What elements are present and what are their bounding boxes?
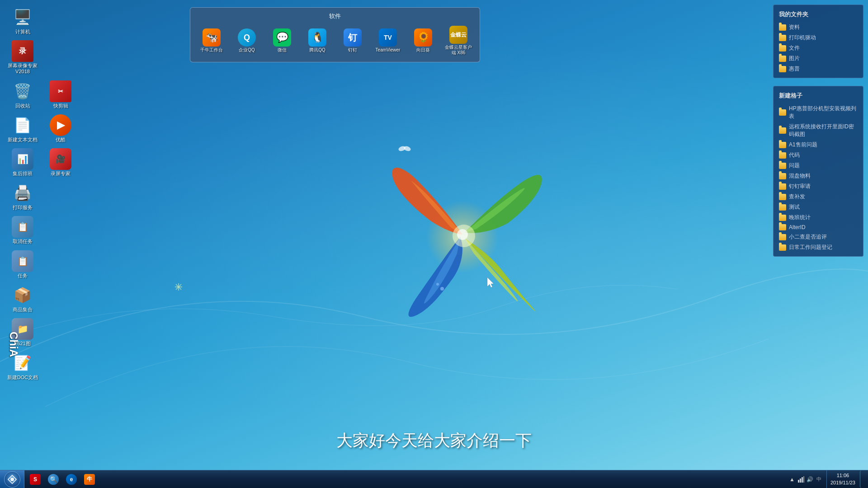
chia-text: ChiA: [7, 332, 20, 357]
grid-label-issue: 问题: [789, 162, 800, 169]
app-kingdee-icon: 金蝶云: [449, 26, 467, 44]
folder-icon-files: [779, 45, 786, 52]
app-teamviewer-label: TeamViewer: [376, 47, 401, 53]
app-teamviewer[interactable]: TV TeamViewer: [372, 27, 404, 55]
schedule-icon: 📊: [12, 148, 33, 170]
tray-volume-icon[interactable]: 🔊: [807, 476, 814, 483]
grid-item-review-check[interactable]: 小二查是否追评: [774, 232, 863, 242]
taskbar-icon-search[interactable]: 🔍: [45, 471, 61, 488]
folder-label-printer: 打印机驱动: [789, 34, 816, 42]
folder-icon-mixed-material: [779, 173, 786, 179]
sogou-icon: S: [30, 474, 41, 485]
tray-icon-1[interactable]: ▲: [788, 476, 796, 483]
desktop-icon-schedule[interactable]: 📊 集后排班: [5, 146, 41, 178]
desktop-icon-quick-edit[interactable]: ✂ 快剪辑: [42, 79, 79, 111]
app-enterprise-qq-icon: Q: [238, 28, 256, 47]
grid-item-dingtalk-approve[interactable]: 钉钉审请: [774, 181, 863, 192]
desktop-icon-products[interactable]: 📦 商品集合: [5, 282, 41, 314]
grid-item-issue[interactable]: 问题: [774, 160, 863, 171]
system-tray: ▲ 🔊 中: [785, 470, 826, 488]
screen-recorder-label: 屏幕录像专家V2018: [8, 63, 38, 75]
desktop-icon-youku[interactable]: ▶ 优酷: [42, 113, 79, 145]
grid-label-hp-list: HP惠普部分机型安装视频列表: [789, 105, 858, 120]
svg-rect-16: [803, 476, 804, 483]
taskbar-right: ▲ 🔊 中 11:06 2019/11/23: [785, 470, 868, 488]
start-button[interactable]: [0, 470, 24, 488]
grid-item-daily-log[interactable]: 日常工作问题登记: [774, 242, 863, 253]
desktop-icon-new-text[interactable]: 📄 新建文本文档: [5, 113, 41, 145]
computer-label: 计算机: [15, 29, 30, 35]
grid-label-alterid: AlterID: [789, 224, 806, 230]
grid-label-code: 代码: [789, 151, 800, 159]
folder-icon-night-shift: [779, 215, 786, 221]
folder-icon-dingtalk-approve: [779, 183, 786, 190]
grid-label-daily-log: 日常工作问题登记: [789, 244, 832, 251]
desktop-icon-print[interactable]: 🖨️ 打印服务: [5, 180, 41, 212]
grid-item-a1[interactable]: A1售前问题: [774, 140, 863, 150]
app-wechat-icon: 💬: [273, 28, 291, 47]
taskbar-icon-sogou[interactable]: S: [27, 471, 43, 488]
task-icon: 📋: [12, 250, 33, 272]
app-enterprise-qq[interactable]: Q 企业QQ: [231, 27, 263, 55]
grid-item-mixed-material[interactable]: 混盘物料: [774, 171, 863, 181]
desktop-icon-recycle[interactable]: 🗑️ 回收站: [5, 79, 41, 111]
tray-ime-icon[interactable]: 中: [816, 476, 823, 483]
svg-point-7: [440, 287, 444, 291]
folder-label-hp: 惠普: [789, 65, 800, 73]
software-popup-title: 软件: [196, 12, 474, 20]
desktop-icon-screen-recorder[interactable]: 录 屏幕录像专家V2018: [5, 38, 41, 76]
grid-item-code[interactable]: 代码: [774, 150, 863, 160]
app-kingdee[interactable]: 金蝶云 金蝶云星客户端 X86: [443, 24, 474, 57]
show-desktop-button[interactable]: [860, 470, 863, 488]
products-label: 商品集合: [13, 307, 33, 313]
folder-icon-data: [779, 24, 786, 31]
folder-item-files[interactable]: 文件: [774, 43, 863, 53]
grid-item-hp-list[interactable]: HP惠普部分机型安装视频列表: [774, 103, 863, 122]
desktop-icon-cancel-task[interactable]: 📋 取消任务: [5, 214, 41, 246]
grid-item-resend[interactable]: 查补发: [774, 192, 863, 202]
taskbar-icon-ie[interactable]: e: [63, 471, 80, 488]
cancel-task-icon: 📋: [12, 216, 33, 238]
right-panel-new-grid: 新建格子 HP惠普部分机型安装视频列表 远程系统接收打开里面ID密码截图 A1售…: [773, 86, 863, 257]
folder-icon-code: [779, 152, 786, 159]
print-icon: 🖨️: [12, 182, 33, 204]
grid-item-alterid[interactable]: AlterID: [774, 223, 863, 232]
tray-network-icon[interactable]: [797, 476, 805, 483]
app-dingtalk[interactable]: 钉 钉钉: [337, 27, 368, 55]
desktop-icon-computer[interactable]: 🖥️ 计算机: [5, 5, 41, 37]
desktop-icon-task[interactable]: 📋 任务: [5, 249, 41, 281]
taskbar-icon-qianniu[interactable]: 牛: [81, 471, 98, 488]
svg-rect-13: [798, 480, 799, 483]
start-orb: [4, 471, 20, 488]
qianniu-taskbar-icon: 牛: [84, 474, 95, 485]
app-wechat[interactable]: 💬 微信: [266, 27, 298, 55]
app-qq-label: 腾讯QQ: [309, 47, 326, 53]
folder-icon-resend: [779, 194, 786, 200]
app-qq[interactable]: 🐧 腾讯QQ: [302, 27, 333, 55]
grid-label-review-check: 小二查是否追评: [789, 233, 827, 241]
grid-item-remote[interactable]: 远程系统接收打开里面ID密码截图: [774, 122, 863, 140]
folder-item-printer-driver[interactable]: 打印机驱动: [774, 33, 863, 43]
grid-label-resend: 查补发: [789, 193, 805, 201]
grid-item-night-shift[interactable]: 晚班统计: [774, 212, 863, 223]
app-sunflower-label: 向日葵: [416, 47, 430, 53]
desktop-icon-screen-expert[interactable]: 🎥 录屏专家: [42, 146, 79, 178]
ie-icon: e: [66, 474, 77, 485]
app-qianniu[interactable]: 🐄 千牛工作台: [196, 27, 227, 55]
grid-label-test: 测试: [789, 203, 800, 211]
recycle-label: 回收站: [15, 103, 30, 109]
svg-point-8: [436, 283, 439, 286]
app-qianniu-label: 千牛工作台: [200, 47, 223, 53]
screen-expert-label: 录屏专家: [51, 171, 71, 177]
folder-item-hp[interactable]: 惠普: [774, 64, 863, 74]
app-teamviewer-icon: TV: [379, 28, 397, 47]
grid-item-test[interactable]: 测试: [774, 202, 863, 212]
folder-item-data[interactable]: 资料: [774, 22, 863, 33]
app-sunflower[interactable]: 🌻 向日葵: [407, 27, 439, 55]
right-panel-my-files: 我的文件夹 资料 打印机驱动 文件 图片 惠普: [773, 5, 863, 78]
taskbar-clock[interactable]: 11:06 2019/11/23: [826, 470, 859, 488]
products-icon: 📦: [12, 284, 33, 306]
folder-item-pictures[interactable]: 图片: [774, 53, 863, 64]
new-text-label: 新建文本文档: [8, 137, 38, 143]
folder-icon-pictures: [779, 56, 786, 62]
